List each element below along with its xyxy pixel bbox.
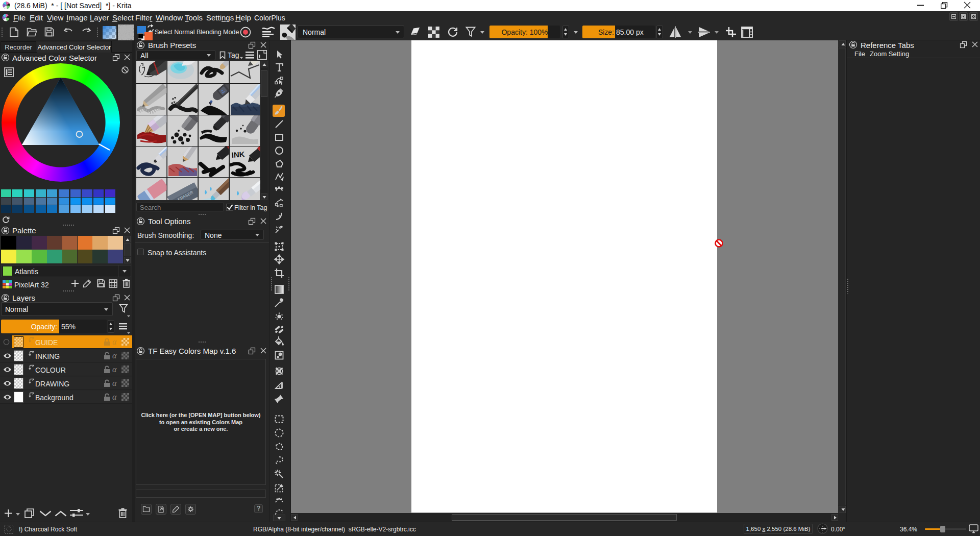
svg-text:INK: INK [231,150,245,159]
